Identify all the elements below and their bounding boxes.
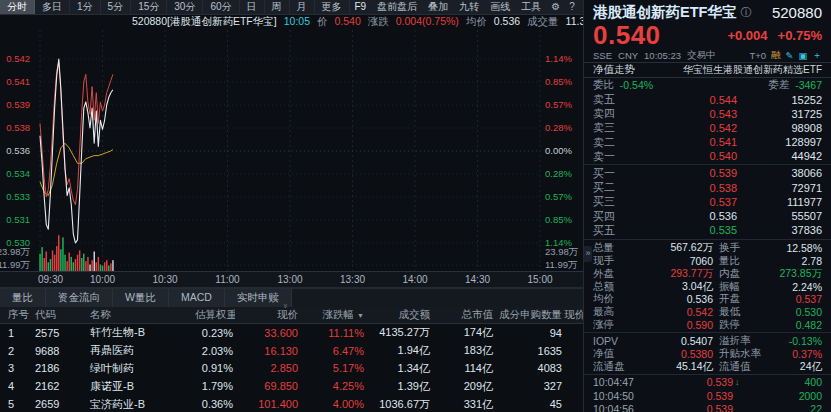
stat-label: 流通盘 [593,360,639,374]
bid-row[interactable]: 买四0.53655507 [584,209,831,223]
table-row[interactable]: 42162康诺亚-B1.79%69.8504.25%1.39亿209亿327 [0,377,583,395]
stats-grid: 总量567.62万换手12.58%现手7060量比2.78外盘293.77万内盘… [584,239,831,331]
col-header-2[interactable]: 代码 [30,308,85,322]
tick-row: 10:04:560.53922 [584,403,831,412]
stat-row: 外盘293.77万内盘273.85万 [584,267,831,280]
queue-price: 0.535 [637,224,737,236]
tool-5[interactable]: 画线 [485,0,515,14]
ask-row[interactable]: 卖三0.54298908 [584,120,831,134]
board-icon[interactable]: ▣ [799,50,808,61]
svg-text:10:30: 10:30 [152,274,177,285]
stat-row: 涨停0.590跌停0.482 [584,318,831,331]
nav-trend-row[interactable]: 净值走势 华宝恒生港股通创新药精选ETF [584,62,831,78]
col-header-10[interactable]: 现价 [564,308,583,322]
col-header-6[interactable]: 涨跌幅▼ [300,308,366,322]
indicator-tab-4[interactable]: MACD [169,289,225,307]
chart-section: 分时多日1分5分15分30分60分日周月更多 F9盘前盘后叠加九转画线工具⚙?›… [0,0,583,412]
tool-3[interactable]: 叠加 [423,0,453,14]
queue-volume: 55507 [737,210,822,222]
period-tab-11[interactable]: 更多 [315,0,350,14]
cell-weight: 0.36% [195,398,235,410]
svg-text:10:00: 10:00 [90,274,115,285]
cell-code: 2162 [30,380,85,392]
info-segment-3: 价 [317,15,328,29]
ask-row[interactable]: 卖一0.54044942 [584,149,831,163]
table-row[interactable]: 52659宝济药业-B0.36%101.4004.00%1036.67万331亿… [0,395,583,412]
info-icon[interactable]: ⓘ [740,5,751,20]
tick-row: 10:04:470.539↓400 [584,376,831,389]
ask-row[interactable]: 卖四0.54331725 [584,106,831,120]
tool-4[interactable]: 九转 [454,0,484,14]
col-header-1[interactable]: 序号 [0,308,30,322]
bid-row[interactable]: 买二0.53872971 [584,180,831,194]
tool-2[interactable]: 盘前盘后 [372,0,422,14]
table-row[interactable]: 12575轩竹生物-B0.23%33.60011.11%4135.27万174亿… [0,324,583,342]
svg-text:0.542: 0.542 [6,53,30,64]
indicator-tab-2[interactable]: 资金流向 [46,289,113,307]
period-tab-3[interactable]: 1分 [70,0,101,14]
col-header-3[interactable]: 名称 [85,308,195,322]
svg-text:0.85%: 0.85% [545,76,572,87]
period-tab-9[interactable]: 周 [265,0,290,14]
tool-6[interactable]: 工具 [516,0,546,14]
ask-row[interactable]: 卖二0.541128997 [584,135,831,149]
info-segment-9: 成交量 [527,15,559,29]
cell-price: 2.850 [235,362,300,374]
period-tab-4[interactable]: 5分 [101,0,132,14]
period-tab-5[interactable]: 15分 [131,0,167,14]
cell-chg: 4.00% [300,398,366,410]
period-tab-2[interactable]: 多日 [35,0,70,14]
currency-label: CNY [618,50,638,61]
queue-level-label: 买四 [593,209,637,224]
bid-row[interactable]: 买一0.53938066 [584,166,831,180]
intraday-chart[interactable]: 0.5420.5410.5390.5380.5360.5340.5330.531… [0,28,583,288]
svg-text:1.14%: 1.14% [545,53,572,64]
help-icon[interactable]: ? [565,0,579,14]
stat-row: 最高0.542最低0.530 [584,305,831,318]
cell-code: 9688 [30,345,85,357]
stat-label: 涨停 [593,318,639,332]
period-tab-7[interactable]: 60分 [203,0,239,14]
col-header-9[interactable]: 成分申购数量 [495,308,564,322]
cell-idx: 1 [0,327,30,339]
table-row[interactable]: 29688再鼎医药2.03%16.1306.47%1.94亿183亿1635 [0,342,583,360]
bid-row[interactable]: 买五0.53537836 [584,223,831,237]
panel-collapse-handle[interactable]: » [584,246,592,262]
exchange-label: SSE [593,50,612,61]
indicator-tab-3[interactable]: W量比 [113,289,169,307]
period-tab-8[interactable]: 日 [240,0,265,14]
period-tab-6[interactable]: 30分 [167,0,203,14]
col-header-4[interactable]: 估算权重 [195,308,235,322]
nav-trend-label: 净值走势 [593,63,635,77]
indicator-tab-1[interactable]: 量比 [0,289,46,307]
price-change: +0.004 +0.75% [727,28,822,43]
pane-resize-handle[interactable]: » [282,304,288,308]
bid-row[interactable]: 买三0.537111977 [584,194,831,208]
col-header-8[interactable]: 总市值 [432,308,495,322]
add-icon[interactable]: ＋ [813,49,823,62]
table-row[interactable]: 32186绿叶制药0.91%2.8505.17%1.34亿114亿4083 [0,360,583,378]
svg-text:0.85%: 0.85% [545,214,572,225]
stat-label: 现手 [593,254,639,268]
table-header-row: 序号代码名称估算权重现价涨跌幅▼成交额总市值成分申购数量现价 [0,307,583,324]
cell-mcap: 174亿 [432,325,495,340]
col-header-7[interactable]: 成交额 [366,308,432,322]
queue-price: 0.544 [637,94,737,106]
queue-level-label: 卖四 [593,106,637,121]
tool-1[interactable]: F9 [350,0,372,14]
period-tab-1[interactable]: 分时 [0,0,35,14]
cell-units: 4083 [495,362,564,374]
period-tab-10[interactable]: 月 [290,0,315,14]
edit-icon[interactable]: ✎ [786,50,794,61]
queue-price: 0.537 [637,196,737,208]
gear-icon[interactable]: ⚙ [547,0,564,14]
svg-text:0.57%: 0.57% [545,99,572,110]
svg-text:23.98万: 23.98万 [545,246,579,257]
cell-weight: 0.23% [195,327,235,339]
ask-row[interactable]: 卖五0.54415252 [584,92,831,106]
queue-level-label: 卖一 [593,149,637,164]
col-header-5[interactable]: 现价 [235,308,300,322]
tick-volume: 400 [747,376,822,388]
cell-price: 16.130 [235,345,300,357]
queue-level-label: 卖五 [593,92,637,107]
